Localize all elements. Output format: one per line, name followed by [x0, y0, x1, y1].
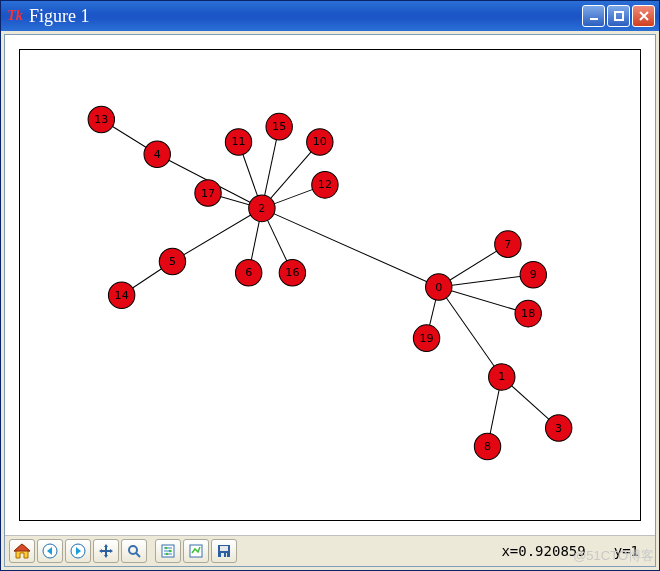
graph-node[interactable]: 17 [195, 180, 221, 207]
graph-node[interactable]: 13 [88, 106, 114, 133]
graph-node-label: 13 [94, 113, 108, 126]
nav-toolbar: x=0.920859 y=1 [5, 535, 655, 566]
graph-node[interactable]: 7 [495, 231, 521, 258]
graph-node[interactable]: 16 [279, 259, 305, 286]
graph-node[interactable]: 11 [225, 129, 251, 156]
graph-node[interactable]: 6 [235, 259, 261, 286]
axes-icon [188, 543, 204, 559]
client-area: 012345678910111213141516171819 [4, 34, 656, 567]
svg-line-31 [136, 553, 140, 557]
svg-point-38 [166, 553, 169, 556]
graph-node-label: 6 [245, 266, 252, 279]
graph-node[interactable]: 8 [474, 433, 500, 460]
graph-node[interactable]: 5 [159, 248, 185, 275]
cursor-x-readout: x=0.920859 [501, 543, 585, 559]
titlebar[interactable]: Tk Figure 1 [1, 1, 659, 31]
svg-point-36 [165, 547, 168, 550]
graph-node[interactable]: 1 [489, 364, 515, 391]
app-icon: Tk [7, 8, 23, 24]
back-button[interactable] [37, 539, 63, 563]
svg-point-30 [129, 546, 137, 554]
graph-node-label: 16 [285, 266, 299, 279]
graph-node[interactable]: 18 [515, 300, 541, 327]
svg-rect-1 [615, 12, 623, 20]
save-button[interactable] [211, 539, 237, 563]
graph-edge [172, 208, 261, 261]
graph-node[interactable]: 2 [249, 195, 275, 222]
graph-node-label: 7 [504, 238, 511, 251]
graph-node-label: 8 [484, 440, 491, 453]
graph-node-label: 17 [201, 187, 215, 200]
graph-node[interactable]: 3 [545, 415, 571, 442]
graph-node-label: 12 [318, 178, 332, 191]
graph-node[interactable]: 14 [108, 282, 134, 309]
save-icon [216, 543, 232, 559]
graph-node[interactable]: 9 [520, 262, 546, 289]
home-button[interactable] [9, 539, 35, 563]
graph-node-label: 0 [435, 281, 442, 294]
zoom-rect-icon [126, 543, 142, 559]
forward-button[interactable] [65, 539, 91, 563]
graph-node-label: 9 [530, 268, 537, 281]
plot-area[interactable]: 012345678910111213141516171819 [5, 35, 655, 535]
graph-node-label: 5 [169, 255, 176, 268]
graph-node[interactable]: 4 [144, 141, 170, 168]
zoom-button[interactable] [121, 539, 147, 563]
graph-node[interactable]: 10 [307, 129, 333, 156]
graph-node[interactable]: 15 [266, 113, 292, 140]
maximize-button[interactable] [607, 5, 630, 27]
home-icon [13, 543, 31, 559]
arrow-right-icon [70, 543, 86, 559]
graph-node-label: 14 [115, 289, 129, 302]
axes-config-button[interactable] [183, 539, 209, 563]
graph-node-label: 1 [498, 370, 505, 383]
window-title: Figure 1 [29, 6, 90, 27]
minimize-button[interactable] [582, 5, 605, 27]
cursor-y-readout: y=1 [614, 543, 639, 559]
graph-node-label: 4 [154, 148, 161, 161]
graph-node-label: 2 [258, 202, 265, 215]
graph-node-label: 19 [419, 332, 433, 345]
graph-node-label: 10 [313, 135, 327, 148]
window-frame: Tk Figure 1 0123456789101112131415161718… [0, 0, 660, 571]
graph-svg: 012345678910111213141516171819 [20, 50, 640, 520]
graph-node-label: 11 [231, 135, 245, 148]
move-icon [98, 543, 114, 559]
graph-node-label: 15 [272, 120, 286, 133]
axes-frame: 012345678910111213141516171819 [19, 49, 641, 521]
graph-node[interactable]: 19 [413, 325, 439, 352]
graph-node[interactable]: 0 [426, 274, 452, 301]
svg-marker-23 [14, 544, 30, 551]
configure-icon [160, 543, 176, 559]
graph-node[interactable]: 12 [312, 172, 338, 199]
window-controls [582, 5, 655, 27]
close-button[interactable] [632, 5, 655, 27]
graph-edge [439, 287, 528, 314]
svg-rect-0 [590, 18, 598, 20]
pan-button[interactable] [93, 539, 119, 563]
arrow-left-icon [42, 543, 58, 559]
svg-rect-43 [224, 553, 226, 557]
subplots-button[interactable] [155, 539, 181, 563]
graph-edge [439, 287, 502, 377]
svg-point-37 [169, 550, 172, 553]
graph-edge [439, 275, 534, 287]
graph-node-label: 18 [521, 307, 535, 320]
svg-rect-29 [102, 550, 110, 552]
svg-rect-41 [220, 546, 228, 551]
graph-node-label: 3 [555, 422, 562, 435]
